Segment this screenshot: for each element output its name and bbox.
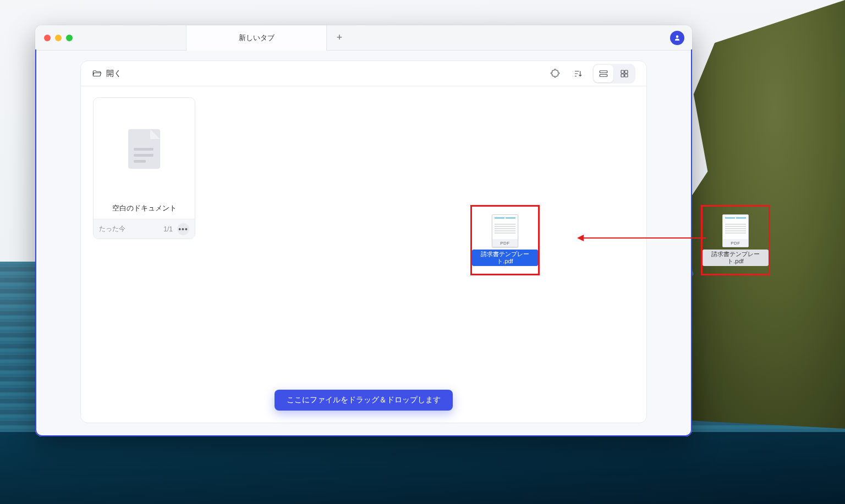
open-button[interactable]: 開く: [92, 69, 122, 79]
document-more-button[interactable]: •••: [177, 223, 189, 235]
document-pages: 1/1: [163, 225, 173, 233]
pdf-badge: PDF: [492, 239, 518, 247]
drop-hint-toast: ここにファイルをドラッグ＆ドロップします: [275, 390, 453, 411]
svg-rect-0: [600, 70, 607, 73]
sort-icon: [573, 69, 583, 79]
desktop-wallpaper: 新しいタブ + 開く: [0, 0, 845, 504]
annotation-arrow: [577, 235, 706, 241]
browser-tab[interactable]: 新しいタブ: [186, 25, 327, 51]
view-toggle: [592, 64, 635, 84]
puzzle-icon: [550, 69, 560, 79]
grid-view-button[interactable]: [614, 65, 634, 82]
sort-button[interactable]: [569, 65, 587, 82]
grid-icon: [619, 69, 629, 79]
pdf-drag-ghost: PDF 請求書テンプレート.pdf: [472, 207, 538, 274]
extensions-button[interactable]: [546, 65, 564, 82]
svg-rect-3: [625, 70, 628, 73]
pdf-badge: PDF: [723, 239, 748, 247]
desktop-pdf-filename: 請求書テンプレート.pdf: [703, 250, 769, 266]
document-name: 空白のドキュメント: [94, 200, 195, 219]
account-button[interactable]: [670, 31, 684, 45]
list-view-button[interactable]: [594, 65, 613, 82]
window-body: 開く: [35, 51, 692, 436]
close-window-button[interactable]: [44, 35, 51, 41]
annotation-source-file: PDF 請求書テンプレート.pdf: [701, 205, 770, 275]
pdf-thumb-icon: PDF: [492, 214, 518, 247]
document-footer: たった今 1/1 •••: [94, 219, 195, 239]
titlebar: 新しいタブ +: [35, 25, 692, 51]
minimize-window-button[interactable]: [55, 35, 62, 41]
document-card[interactable]: 空白のドキュメント たった今 1/1 •••: [93, 97, 195, 239]
app-window: 新しいタブ + 開く: [35, 25, 692, 436]
svg-rect-1: [600, 74, 607, 76]
panel-toolbar: 開く: [81, 61, 646, 86]
window-controls: [35, 35, 81, 41]
folder-open-icon: [92, 69, 102, 79]
annotation-drop-target: PDF 請求書テンプレート.pdf: [470, 205, 540, 275]
maximize-window-button[interactable]: [66, 35, 73, 41]
new-tab-button[interactable]: +: [327, 32, 352, 43]
svg-rect-2: [621, 70, 624, 73]
document-preview: [94, 98, 195, 200]
open-label: 開く: [106, 69, 122, 79]
user-icon: [673, 34, 681, 42]
document-timestamp: たった今: [99, 224, 125, 234]
list-icon: [599, 69, 608, 79]
svg-rect-4: [621, 74, 624, 76]
tab-title: 新しいタブ: [239, 33, 275, 43]
blank-document-icon: [128, 129, 160, 169]
start-panel: 開く: [80, 60, 647, 423]
pdf-drag-filename: 請求書テンプレート.pdf: [472, 250, 538, 266]
desktop-pdf-file[interactable]: PDF 請求書テンプレート.pdf: [703, 207, 769, 274]
svg-rect-5: [625, 74, 628, 76]
pdf-thumb-icon: PDF: [722, 214, 749, 247]
